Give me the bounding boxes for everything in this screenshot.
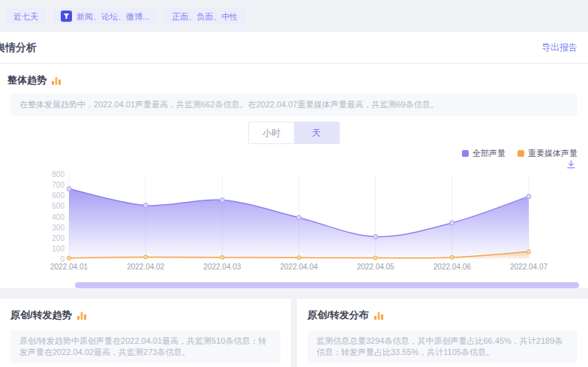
bar-chart-icon	[76, 310, 87, 320]
bar-chart-icon	[374, 310, 384, 320]
x-axis-tick: 2022.04.02	[127, 263, 164, 271]
x-axis-tick: 2022.04.05	[357, 263, 394, 271]
original-forward-trend-header: 原创/转发趋势	[10, 308, 280, 330]
card-header: 舆情分析 导出报告	[0, 32, 588, 64]
original-forward-trend-title: 原创/转发趋势	[10, 308, 72, 322]
overall-trend-summary: 在整体发展趋势中，2022.04.01声量最高，共监测662条信息。在2022.…	[10, 94, 578, 116]
download-chart-icon[interactable]	[566, 159, 576, 173]
filter-bar: 近七天 新闻、论坛、微博... 正面、负面、中性	[0, 0, 588, 32]
legend-swatch-purple	[462, 150, 469, 157]
x-axis-tick: 2022.04.03	[203, 263, 241, 271]
date-range-tag-label: 近七天	[14, 11, 38, 22]
y-axis-tick: 700	[36, 182, 64, 189]
bottom-section: 原创/转发趋势 原创/转发趋势中原创声量在2022.04.01最高，共监测510…	[0, 299, 588, 367]
original-forward-distribution-summary: 监测信息总量3294条信息，其中原创声量占比66.45%，共计2189条信息；转…	[308, 330, 578, 363]
y-axis-tick: 200	[36, 235, 64, 242]
y-axis-tick: 500	[36, 203, 64, 210]
y-axis-tick: 300	[36, 224, 64, 232]
legend-label-total-volume: 全部声量	[472, 148, 506, 159]
page-title: 舆情分析	[0, 41, 37, 55]
x-axis-tick: 2022.04.01	[50, 263, 88, 271]
source-filter-icon	[61, 11, 72, 22]
sentiment-tag[interactable]: 正面、负面、中性	[164, 8, 245, 25]
overall-trend-title: 整体趋势	[8, 74, 46, 87]
original-forward-distribution-card: 原创/转发分布 监测信息总量3294条信息，其中原创声量占比66.45%，共计2…	[297, 299, 588, 367]
date-range-tag[interactable]: 近七天	[6, 8, 46, 25]
y-axis-tick: 600	[36, 192, 64, 200]
legend-swatch-orange	[518, 150, 524, 157]
bar-chart-icon	[51, 75, 62, 86]
source-tag-label: 新闻、论坛、微博...	[76, 11, 149, 22]
original-forward-trend-card: 原创/转发趋势 原创/转发趋势中原创声量在2022.04.01最高，共监测510…	[0, 299, 291, 367]
overall-trend-header: 整体趋势	[0, 64, 588, 94]
y-axis-tick: 800	[36, 171, 64, 179]
toggle-day-button[interactable]: 天	[294, 122, 339, 143]
sentiment-tag-label: 正面、负面、中性	[172, 11, 238, 22]
granularity-toggle-row: 小时 天	[0, 122, 588, 144]
original-forward-distribution-header: 原创/转发分布	[308, 308, 578, 330]
granularity-toggle: 小时 天	[248, 122, 340, 144]
source-tag[interactable]: 新闻、论坛、微博...	[53, 8, 157, 25]
original-forward-distribution-title: 原创/转发分布	[308, 308, 369, 322]
data-zoom-slider[interactable]	[75, 282, 579, 288]
legend-label-media-volume: 重要媒体声量	[528, 148, 578, 159]
legend-item-total-volume[interactable]: 全部声量	[462, 148, 506, 159]
analysis-card: 舆情分析 导出报告 整体趋势 在整体发展趋势中，2022.04.01声量最高，共…	[0, 32, 588, 288]
y-axis-tick: 400	[36, 214, 64, 221]
original-forward-trend-summary: 原创/转发趋势中原创声量在2022.04.01最高，共监测510条信息；转发声量…	[10, 330, 280, 363]
x-axis-tick: 2022.04.04	[280, 263, 317, 271]
trend-chart-canvas[interactable]	[69, 174, 529, 259]
trend-chart: 80070060050040030020010002022.04.012022.…	[0, 170, 588, 276]
y-axis-tick: 100	[36, 245, 64, 253]
x-axis-tick: 2022.04.07	[510, 263, 548, 271]
toggle-hour-button[interactable]: 小时	[249, 122, 294, 143]
chart-legend: 全部声量 重要媒体声量	[0, 147, 588, 159]
x-axis-tick: 2022.04.06	[434, 263, 471, 271]
export-report-link[interactable]: 导出报告	[542, 41, 578, 54]
legend-item-media-volume[interactable]: 重要媒体声量	[518, 148, 578, 159]
